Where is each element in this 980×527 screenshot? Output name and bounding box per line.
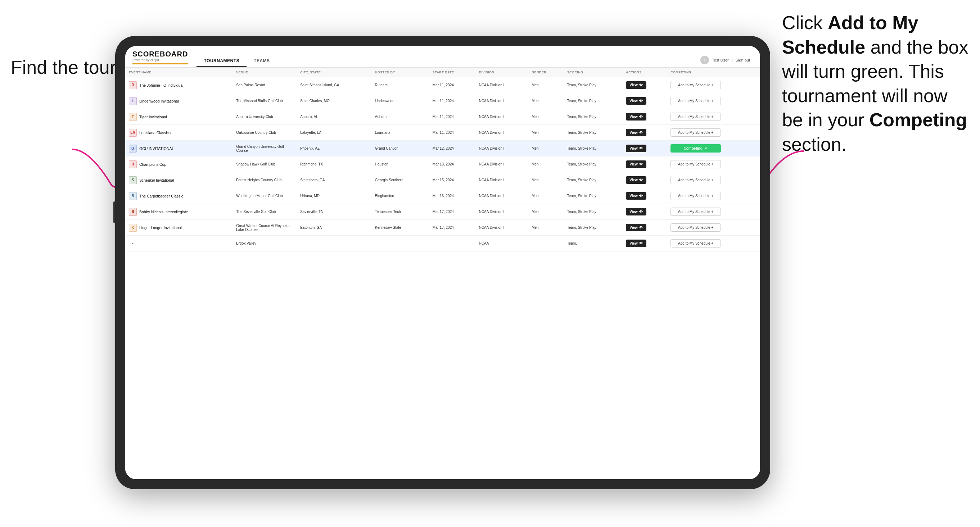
eye-icon: 👁 — [639, 194, 643, 198]
add-schedule-button[interactable]: Add to My Schedule + — [670, 81, 721, 89]
start-date-cell: Mar 17, 2024 — [429, 204, 476, 220]
col-venue: VENUE — [232, 68, 297, 77]
scoring-cell: Team, Stroke Play — [563, 172, 623, 188]
col-hosted-by: HOSTED BY — [371, 68, 429, 77]
tournaments-table-container[interactable]: EVENT NAME VENUE CITY, STATE HOSTED BY S… — [125, 68, 760, 479]
city-state-cell: Statesboro, GA — [297, 172, 371, 188]
hosted-by-cell: Georgia Southern — [371, 172, 429, 188]
city-state-cell: Auburn, AL — [297, 109, 371, 125]
annotation-right: Click Add to My Schedule and the box wil… — [782, 11, 969, 157]
event-name-cell: B Bobby Nichols Intercollegiate — [125, 204, 232, 220]
view-button[interactable]: View 👁 — [626, 97, 646, 105]
scoring-cell: Team, Stroke Play — [563, 109, 623, 125]
actions-cell: View 👁 — [622, 204, 667, 220]
scoring-cell: Team, Stroke Play — [563, 77, 623, 93]
event-name-cell: L Lindenwood Invitational — [125, 93, 232, 109]
view-button[interactable]: View 👁 — [626, 144, 646, 152]
add-schedule-button[interactable]: Add to My Schedule + — [670, 176, 721, 184]
table-row: R The Johnnie - O Individual Sea Palms R… — [125, 77, 760, 93]
tablet-frame: SCOREBOARD Powered by clippd TOURNAMENTS… — [115, 36, 770, 489]
event-name-text: The Johnnie - O Individual — [139, 83, 183, 87]
team-logo: T — [129, 113, 137, 121]
scoring-cell: Team, Stroke Play — [563, 125, 623, 141]
gender-cell: Men — [528, 220, 563, 236]
user-name: Test User — [712, 58, 729, 62]
gender-cell: Men — [528, 172, 563, 188]
view-button[interactable]: View 👁 — [626, 160, 646, 168]
view-button[interactable]: View 👁 — [626, 113, 646, 121]
view-button[interactable]: View 👁 — [626, 192, 646, 200]
start-date-cell: Mar 16, 2024 — [429, 188, 476, 204]
add-schedule-button[interactable]: Add to My Schedule + — [670, 113, 721, 121]
event-name-text: Champions Cup — [139, 162, 166, 167]
tablet-screen: SCOREBOARD Powered by clippd TOURNAMENTS… — [125, 46, 760, 479]
tab-tournaments[interactable]: TOURNAMENTS — [197, 56, 247, 67]
tab-teams[interactable]: TEAMS — [247, 56, 277, 67]
view-button[interactable]: View 👁 — [626, 81, 646, 89]
event-name-cell: K Linger Longer Invitational — [125, 220, 232, 236]
competing-cell: Add to My Schedule + — [667, 188, 760, 204]
event-name-cell: T Tiger Invitational — [125, 109, 232, 125]
view-button[interactable]: View 👁 — [626, 176, 646, 184]
add-schedule-button[interactable]: Add to My Schedule + — [670, 129, 721, 137]
col-gender: GENDER — [528, 68, 563, 77]
event-name-cell: G GCU INVITATIONAL — [125, 141, 232, 157]
nav-tabs: TOURNAMENTS TEAMS — [197, 56, 277, 67]
competing-cell: Add to My Schedule + — [667, 125, 760, 141]
table-row: B Bobby Nichols Intercollegiate The Sevi… — [125, 204, 760, 220]
competing-cell: Add to My Schedule + — [667, 220, 760, 236]
city-state-cell: Lafayette, LA — [297, 125, 371, 141]
venue-cell: The Sevierville Golf Club — [232, 204, 297, 220]
competing-button[interactable]: Competing ✓ — [670, 144, 721, 152]
view-button[interactable]: View 👁 — [626, 240, 646, 247]
gender-cell — [528, 236, 563, 251]
app-logo: SCOREBOARD — [132, 50, 188, 57]
venue-cell: Worthington Manor Golf Club — [232, 188, 297, 204]
actions-cell: View 👁 — [622, 93, 667, 109]
venue-cell: Shadow Hawk Golf Club — [232, 157, 297, 172]
division-cell: NCAA — [476, 236, 528, 251]
table-row: B The Carpetbagger Classic Worthington M… — [125, 188, 760, 204]
team-logo: S — [129, 176, 137, 184]
start-date-cell: Mar 11, 2024 — [429, 93, 476, 109]
competing-cell: Add to My Schedule + — [667, 236, 760, 251]
add-schedule-button[interactable]: Add to My Schedule + — [670, 208, 721, 216]
add-schedule-button[interactable]: Add to My Schedule + — [670, 192, 721, 200]
eye-icon: 👁 — [639, 115, 643, 119]
hosted-by-cell — [371, 236, 429, 251]
scoring-cell: Team, Stroke Play — [563, 204, 623, 220]
team-logo: H — [129, 160, 137, 168]
scoring-cell: Team, Stroke Play — [563, 188, 623, 204]
tournaments-table: EVENT NAME VENUE CITY, STATE HOSTED BY S… — [125, 68, 760, 251]
start-date-cell: Mar 15, 2024 — [429, 172, 476, 188]
add-schedule-button[interactable]: Add to My Schedule + — [670, 239, 721, 248]
competing-cell: Add to My Schedule + — [667, 204, 760, 220]
col-scoring: SCORING — [563, 68, 623, 77]
eye-icon: 👁 — [639, 130, 643, 135]
col-division: DIVISION — [476, 68, 528, 77]
view-button[interactable]: View 👁 — [626, 129, 646, 137]
col-competing: COMPETING — [667, 68, 760, 77]
view-button[interactable]: View 👁 — [626, 224, 646, 231]
table-row: K Linger Longer Invitational Great Water… — [125, 220, 760, 236]
division-cell: NCAA Division I — [476, 220, 528, 236]
hosted-by-cell: Kennesaw State — [371, 220, 429, 236]
add-schedule-button[interactable]: Add to My Schedule + — [670, 97, 721, 105]
app-header: SCOREBOARD Powered by clippd TOURNAMENTS… — [125, 46, 760, 68]
start-date-cell — [429, 236, 476, 251]
gender-cell: Men — [528, 204, 563, 220]
start-date-cell: Mar 13, 2024 — [429, 157, 476, 172]
col-actions: ACTIONS — [622, 68, 667, 77]
venue-cell: The Missouri Bluffs Golf Club — [232, 93, 297, 109]
add-schedule-button[interactable]: Add to My Schedule + — [670, 224, 721, 232]
hosted-by-cell: Lindenwood — [371, 93, 429, 109]
col-city-state: CITY, STATE — [297, 68, 371, 77]
separator: | — [732, 58, 733, 62]
sign-out-link[interactable]: Sign out — [736, 58, 750, 62]
user-avatar: T — [700, 56, 709, 64]
scoring-cell: Team, Stroke Play — [563, 93, 623, 109]
eye-icon: 👁 — [639, 146, 643, 150]
view-button[interactable]: View 👁 — [626, 208, 646, 216]
competing-cell: Add to My Schedule + — [667, 93, 760, 109]
add-schedule-button[interactable]: Add to My Schedule + — [670, 160, 721, 168]
